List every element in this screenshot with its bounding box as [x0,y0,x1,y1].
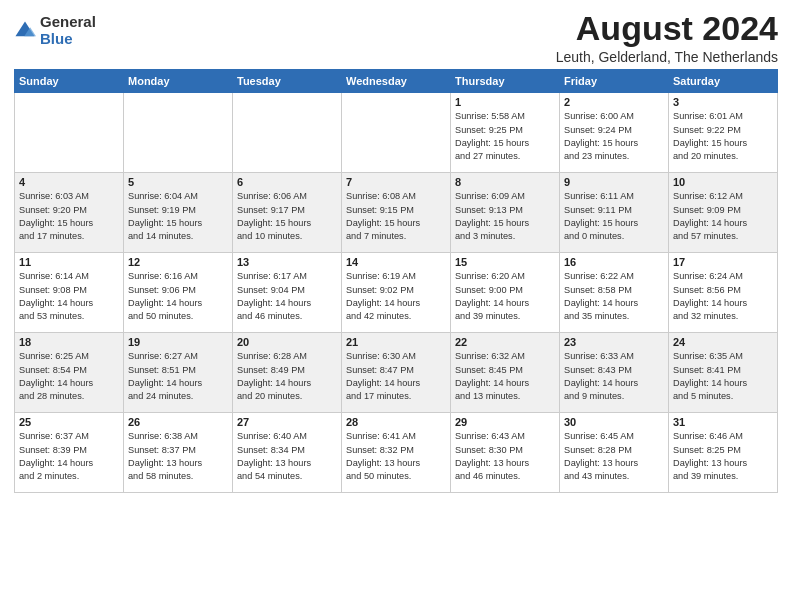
day-info: Sunrise: 6:12 AMSunset: 9:09 PMDaylight:… [673,190,773,243]
table-row: 12Sunrise: 6:16 AMSunset: 9:06 PMDayligh… [124,253,233,333]
header-thursday: Thursday [451,70,560,93]
table-row [342,93,451,173]
day-info: Sunrise: 6:25 AMSunset: 8:54 PMDaylight:… [19,350,119,403]
table-row: 6Sunrise: 6:06 AMSunset: 9:17 PMDaylight… [233,173,342,253]
header: General Blue August 2024 Leuth, Gelderla… [14,10,778,65]
table-row: 19Sunrise: 6:27 AMSunset: 8:51 PMDayligh… [124,333,233,413]
table-row: 28Sunrise: 6:41 AMSunset: 8:32 PMDayligh… [342,413,451,493]
day-number: 23 [564,336,664,348]
day-number: 19 [128,336,228,348]
day-info: Sunrise: 6:32 AMSunset: 8:45 PMDaylight:… [455,350,555,403]
day-number: 20 [237,336,337,348]
day-info: Sunrise: 6:38 AMSunset: 8:37 PMDaylight:… [128,430,228,483]
table-row: 3Sunrise: 6:01 AMSunset: 9:22 PMDaylight… [669,93,778,173]
header-friday: Friday [560,70,669,93]
day-info: Sunrise: 6:33 AMSunset: 8:43 PMDaylight:… [564,350,664,403]
header-wednesday: Wednesday [342,70,451,93]
day-info: Sunrise: 6:08 AMSunset: 9:15 PMDaylight:… [346,190,446,243]
table-row: 1Sunrise: 5:58 AMSunset: 9:25 PMDaylight… [451,93,560,173]
day-number: 5 [128,176,228,188]
logo-text: General Blue [40,14,96,47]
day-info: Sunrise: 6:22 AMSunset: 8:58 PMDaylight:… [564,270,664,323]
table-row: 26Sunrise: 6:38 AMSunset: 8:37 PMDayligh… [124,413,233,493]
calendar-week-row: 25Sunrise: 6:37 AMSunset: 8:39 PMDayligh… [15,413,778,493]
day-number: 13 [237,256,337,268]
table-row: 15Sunrise: 6:20 AMSunset: 9:00 PMDayligh… [451,253,560,333]
day-number: 26 [128,416,228,428]
day-info: Sunrise: 6:40 AMSunset: 8:34 PMDaylight:… [237,430,337,483]
header-saturday: Saturday [669,70,778,93]
calendar-table: Sunday Monday Tuesday Wednesday Thursday… [14,69,778,493]
logo-general: General [40,14,96,31]
table-row: 14Sunrise: 6:19 AMSunset: 9:02 PMDayligh… [342,253,451,333]
header-tuesday: Tuesday [233,70,342,93]
calendar-week-row: 11Sunrise: 6:14 AMSunset: 9:08 PMDayligh… [15,253,778,333]
header-sunday: Sunday [15,70,124,93]
day-number: 1 [455,96,555,108]
day-number: 28 [346,416,446,428]
table-row: 30Sunrise: 6:45 AMSunset: 8:28 PMDayligh… [560,413,669,493]
day-number: 10 [673,176,773,188]
day-number: 9 [564,176,664,188]
table-row: 20Sunrise: 6:28 AMSunset: 8:49 PMDayligh… [233,333,342,413]
day-number: 30 [564,416,664,428]
day-number: 14 [346,256,446,268]
table-row [233,93,342,173]
day-number: 15 [455,256,555,268]
day-info: Sunrise: 6:30 AMSunset: 8:47 PMDaylight:… [346,350,446,403]
day-info: Sunrise: 6:03 AMSunset: 9:20 PMDaylight:… [19,190,119,243]
table-row: 24Sunrise: 6:35 AMSunset: 8:41 PMDayligh… [669,333,778,413]
day-number: 6 [237,176,337,188]
day-number: 7 [346,176,446,188]
calendar-week-row: 4Sunrise: 6:03 AMSunset: 9:20 PMDaylight… [15,173,778,253]
day-info: Sunrise: 6:06 AMSunset: 9:17 PMDaylight:… [237,190,337,243]
day-number: 27 [237,416,337,428]
day-info: Sunrise: 6:00 AMSunset: 9:24 PMDaylight:… [564,110,664,163]
table-row: 21Sunrise: 6:30 AMSunset: 8:47 PMDayligh… [342,333,451,413]
day-info: Sunrise: 6:46 AMSunset: 8:25 PMDaylight:… [673,430,773,483]
header-monday: Monday [124,70,233,93]
day-number: 4 [19,176,119,188]
location-title: Leuth, Gelderland, The Netherlands [556,49,778,65]
table-row: 7Sunrise: 6:08 AMSunset: 9:15 PMDaylight… [342,173,451,253]
table-row: 27Sunrise: 6:40 AMSunset: 8:34 PMDayligh… [233,413,342,493]
title-section: August 2024 Leuth, Gelderland, The Nethe… [556,10,778,65]
day-info: Sunrise: 6:24 AMSunset: 8:56 PMDaylight:… [673,270,773,323]
page-container: General Blue August 2024 Leuth, Gelderla… [0,0,792,499]
table-row [124,93,233,173]
logo: General Blue [14,14,96,47]
day-number: 24 [673,336,773,348]
day-number: 2 [564,96,664,108]
day-number: 21 [346,336,446,348]
table-row: 2Sunrise: 6:00 AMSunset: 9:24 PMDaylight… [560,93,669,173]
table-row: 18Sunrise: 6:25 AMSunset: 8:54 PMDayligh… [15,333,124,413]
table-row: 25Sunrise: 6:37 AMSunset: 8:39 PMDayligh… [15,413,124,493]
day-info: Sunrise: 6:20 AMSunset: 9:00 PMDaylight:… [455,270,555,323]
day-info: Sunrise: 6:43 AMSunset: 8:30 PMDaylight:… [455,430,555,483]
day-number: 17 [673,256,773,268]
day-info: Sunrise: 6:04 AMSunset: 9:19 PMDaylight:… [128,190,228,243]
table-row: 16Sunrise: 6:22 AMSunset: 8:58 PMDayligh… [560,253,669,333]
day-info: Sunrise: 6:45 AMSunset: 8:28 PMDaylight:… [564,430,664,483]
logo-blue: Blue [40,31,96,48]
day-info: Sunrise: 6:16 AMSunset: 9:06 PMDaylight:… [128,270,228,323]
day-number: 29 [455,416,555,428]
table-row: 8Sunrise: 6:09 AMSunset: 9:13 PMDaylight… [451,173,560,253]
day-info: Sunrise: 6:35 AMSunset: 8:41 PMDaylight:… [673,350,773,403]
calendar-week-row: 18Sunrise: 6:25 AMSunset: 8:54 PMDayligh… [15,333,778,413]
logo-icon [14,20,36,42]
table-row: 10Sunrise: 6:12 AMSunset: 9:09 PMDayligh… [669,173,778,253]
day-number: 11 [19,256,119,268]
day-info: Sunrise: 6:09 AMSunset: 9:13 PMDaylight:… [455,190,555,243]
table-row: 29Sunrise: 6:43 AMSunset: 8:30 PMDayligh… [451,413,560,493]
table-row: 31Sunrise: 6:46 AMSunset: 8:25 PMDayligh… [669,413,778,493]
table-row: 5Sunrise: 6:04 AMSunset: 9:19 PMDaylight… [124,173,233,253]
table-row: 13Sunrise: 6:17 AMSunset: 9:04 PMDayligh… [233,253,342,333]
table-row: 11Sunrise: 6:14 AMSunset: 9:08 PMDayligh… [15,253,124,333]
day-number: 31 [673,416,773,428]
table-row: 9Sunrise: 6:11 AMSunset: 9:11 PMDaylight… [560,173,669,253]
day-info: Sunrise: 6:28 AMSunset: 8:49 PMDaylight:… [237,350,337,403]
table-row: 22Sunrise: 6:32 AMSunset: 8:45 PMDayligh… [451,333,560,413]
table-row: 17Sunrise: 6:24 AMSunset: 8:56 PMDayligh… [669,253,778,333]
day-number: 3 [673,96,773,108]
